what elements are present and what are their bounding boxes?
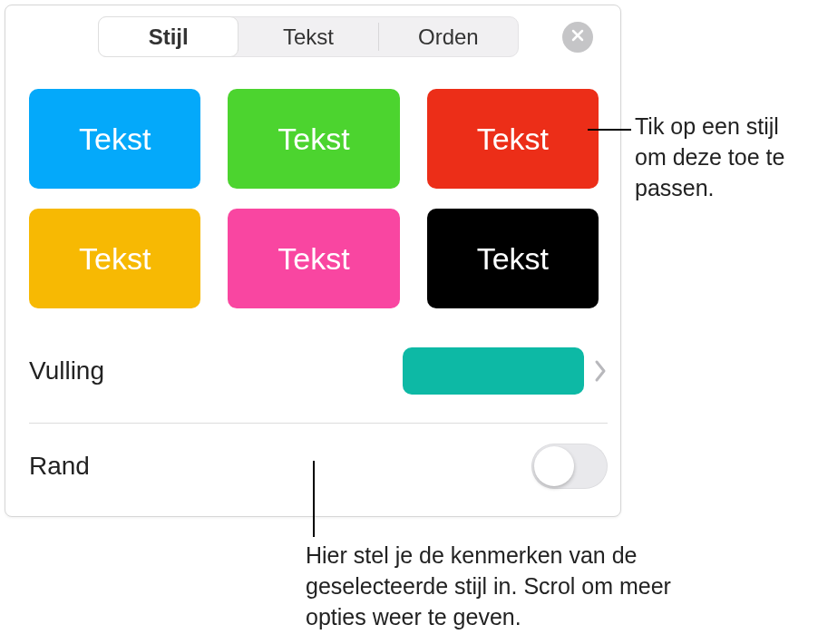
style-swatch[interactable]: Tekst [427,209,599,308]
callout-text: Hier stel je de kenmerken van de geselec… [306,541,696,632]
toggle-knob [534,446,574,486]
close-button[interactable] [562,22,593,53]
border-label: Rand [29,452,531,481]
border-toggle[interactable] [531,444,608,489]
row-divider [29,423,608,424]
tab-orden[interactable]: Orden [379,17,518,56]
style-swatch[interactable]: Tekst [228,89,399,189]
style-swatch[interactable]: Tekst [29,89,200,189]
style-swatch-grid: Tekst Tekst Tekst Tekst Tekst Tekst [29,89,599,308]
tab-tekst[interactable]: Tekst [239,17,377,56]
format-panel: Stijl Tekst Orden Tekst Tekst Tekst Teks… [5,5,621,517]
chevron-right-icon [593,358,608,384]
close-icon [570,28,585,46]
fill-color-chip[interactable] [403,347,584,395]
tab-bar: Stijl Tekst Orden [98,16,519,57]
border-row: Rand [29,432,608,501]
style-swatch[interactable]: Tekst [427,89,599,189]
callout-leader [313,461,315,537]
fill-label: Vulling [29,356,403,385]
tab-stijl[interactable]: Stijl [98,16,239,57]
callout-leader [588,129,631,131]
callout-text: Tik op een stijl om deze toe te passen. [635,112,812,203]
fill-row[interactable]: Vulling [29,337,608,405]
style-swatch[interactable]: Tekst [228,209,399,308]
style-swatch[interactable]: Tekst [29,209,200,308]
